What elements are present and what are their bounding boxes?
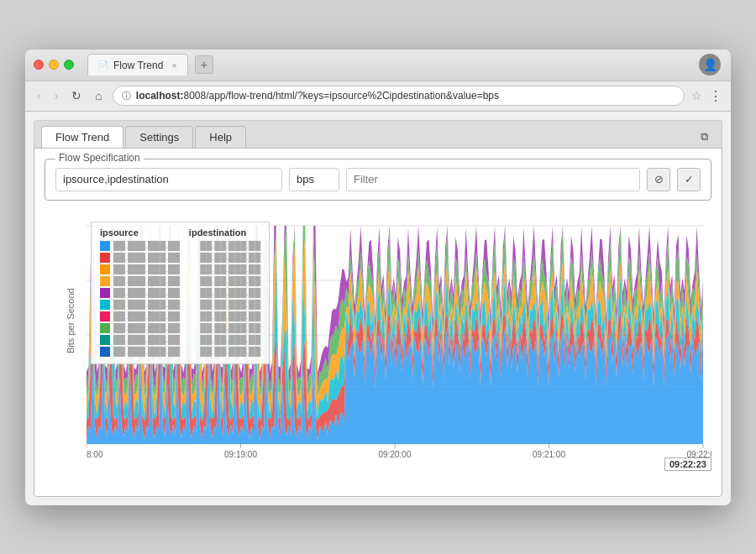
menu-button[interactable]: ⋮ (709, 88, 722, 104)
maximize-button[interactable] (64, 60, 74, 70)
flow-cancel-button[interactable]: ⊘ (647, 168, 670, 191)
main-panel: Flow Specification ⊘ ✓ Bits per Second (34, 148, 722, 497)
browser-window: 📄 Flow Trend × + 👤 ‹ › ↻ ⌂ ⓘ localhost:8… (25, 50, 731, 505)
legend-item: ██.███.███.██ ██.██.███.██ (100, 253, 260, 263)
title-bar: 📄 Flow Trend × + 👤 (25, 50, 731, 81)
flow-value-input[interactable] (289, 168, 339, 191)
cancel-icon: ⊘ (654, 173, 664, 186)
y-axis-label: Bits per Second (66, 288, 76, 353)
current-time-display: 09:22:23 (664, 457, 711, 471)
forward-button[interactable]: › (51, 87, 62, 104)
app-tab-bar: Flow Trend Settings Help ⧉ (34, 120, 722, 148)
traffic-lights (34, 60, 74, 70)
flow-specification: Flow Specification ⊘ ✓ (45, 159, 711, 201)
url-text: localhost:8008/app/flow-trend/html/?keys… (136, 90, 499, 102)
refresh-button[interactable]: ↻ (68, 87, 85, 104)
content-area: Flow Trend Settings Help ⧉ Flow Specific… (25, 112, 731, 505)
tab-help[interactable]: Help (195, 126, 246, 148)
back-button[interactable]: ‹ (34, 87, 45, 104)
legend-item: ██.███.███.██ ██.██.███.██ (100, 241, 260, 251)
browser-tab-title: Flow Trend (113, 60, 163, 71)
legend-item: ██.███.███.██ ██.██.███.██ (100, 347, 260, 357)
lock-icon: ⓘ (122, 90, 131, 102)
browser-tab-bar: 📄 Flow Trend × + (87, 54, 213, 76)
url-bar[interactable]: ⓘ localhost:8008/app/flow-trend/html/?ke… (113, 86, 685, 106)
chart-container: Bits per Second ipsource ipdestination █… (45, 211, 711, 486)
tab-favicon-icon: 📄 (98, 60, 108, 70)
legend-items: ██.███.███.██ ██.██.███.██ ██.███.███.██… (100, 241, 260, 357)
legend-item: ██.███.███.██ ██.██.███.██ (100, 323, 260, 333)
tab-close-icon[interactable]: × (171, 60, 176, 71)
flow-filter-input[interactable] (346, 168, 640, 191)
home-button[interactable]: ⌂ (92, 87, 105, 104)
legend-item: ██.███.███.██ ██.██.███.██ (100, 288, 260, 298)
legend-item: ██.███.███.██ ██.██.███.██ (100, 264, 260, 274)
legend-item: ██.███.███.██ ██.██.███.██ (100, 276, 260, 286)
flow-spec-legend: Flow Specification (55, 152, 144, 164)
chart-area: ipsource ipdestination ██.███.███.██ ██.… (87, 217, 711, 469)
chart-legend: ipsource ipdestination ██.███.███.██ ██.… (91, 222, 270, 364)
legend-col2-header: ipdestination (189, 227, 246, 238)
legend-item: ██.███.███.██ ██.██.███.██ (100, 335, 260, 345)
legend-item: ██.███.███.██ ██.██.███.██ (100, 300, 260, 310)
legend-col1-header: ipsource (100, 227, 139, 238)
flow-spec-row: ⊘ ✓ (55, 168, 701, 191)
detach-icon[interactable]: ⧉ (694, 127, 715, 147)
tab-flow-trend[interactable]: Flow Trend (41, 126, 123, 148)
apply-icon: ✓ (685, 173, 694, 186)
bookmark-button[interactable]: ☆ (691, 89, 702, 102)
new-tab-button[interactable]: + (195, 55, 213, 74)
flow-keys-input[interactable] (55, 168, 282, 191)
user-avatar[interactable]: 👤 (699, 54, 721, 76)
tab-settings[interactable]: Settings (125, 126, 193, 148)
browser-tab[interactable]: 📄 Flow Trend × (87, 54, 188, 76)
close-button[interactable] (34, 60, 44, 70)
minimize-button[interactable] (49, 60, 59, 70)
address-bar: ‹ › ↻ ⌂ ⓘ localhost:8008/app/flow-trend/… (25, 81, 731, 112)
flow-apply-button[interactable]: ✓ (677, 168, 701, 191)
legend-item: ██.███.███.██ ██.██.███.██ (100, 311, 260, 321)
